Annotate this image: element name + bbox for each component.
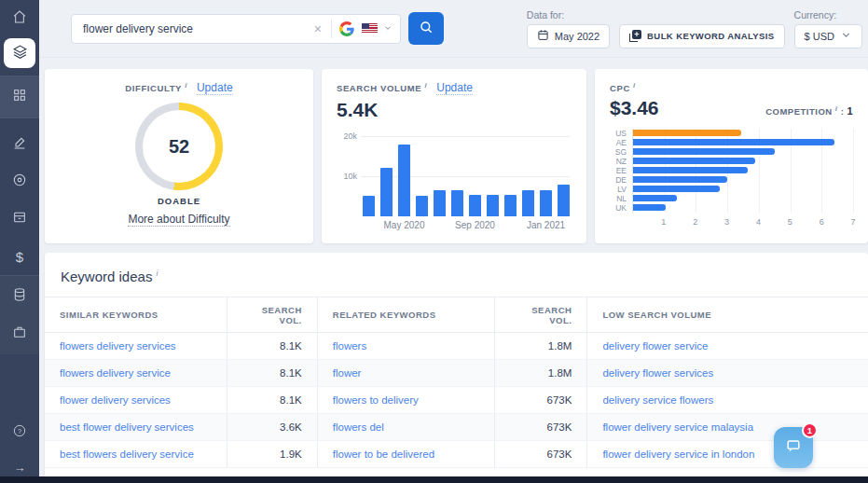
keyword-link[interactable]: delivery flower services [602, 367, 713, 379]
sidebar-item-help[interactable]: ? [0, 414, 39, 451]
table-row: best flowers delivery service1.9Kflower … [45, 441, 868, 468]
column-header: SEARCH VOL. [227, 297, 317, 333]
main-content: × Data for: [39, 0, 868, 483]
search-volume-update-link[interactable]: Update [436, 82, 473, 95]
volume-bar [522, 190, 534, 216]
keyword-link[interactable]: flower delivery service in london [602, 448, 754, 460]
currency-label: Currency: [794, 9, 862, 21]
cpc-row: US [610, 129, 853, 138]
sidebar-item-archive[interactable] [0, 200, 39, 238]
keyword-link[interactable]: flower delivery services [60, 394, 171, 406]
sidebar-item-pricing[interactable]: $ [0, 238, 39, 275]
volume-bar [558, 185, 570, 216]
x-axis-tick-label: 7 [850, 217, 855, 227]
y-axis-tick-label: 20k [337, 131, 357, 141]
keyword-link[interactable]: flower to be delivered [333, 448, 434, 460]
cpc-chart-ticks: 1234567 [632, 213, 853, 228]
spacer-label [619, 9, 784, 21]
volume-bar [398, 145, 410, 216]
keyword-link[interactable]: flowers delivery services [60, 340, 176, 352]
chevron-down-icon[interactable] [383, 23, 393, 34]
cpc-row: LV [610, 185, 853, 194]
country-label: NL [610, 194, 632, 203]
clear-search-icon[interactable]: × [307, 21, 329, 36]
cpc-bar [633, 176, 727, 183]
difficulty-title: DIFFICULTY i [125, 81, 187, 93]
sidebar-divider [0, 117, 39, 118]
us-flag-icon[interactable] [362, 23, 378, 34]
x-axis-tick-label: Jan 2021 [527, 220, 565, 230]
difficulty-update-link[interactable]: Update [197, 82, 233, 95]
x-axis-tick-label: 6 [820, 217, 824, 227]
keyword-ideas-title: Keyword ideas i [45, 253, 868, 297]
country-label: NZ [610, 157, 632, 166]
archive-box-icon [12, 210, 27, 228]
date-picker-button[interactable]: May 2022 [527, 24, 610, 48]
currency-select[interactable]: $ USD [794, 24, 862, 48]
target-icon [12, 172, 27, 191]
cpc-bar [633, 139, 834, 145]
difficulty-value: 52 [169, 136, 189, 158]
search-input[interactable] [83, 22, 307, 35]
difficulty-gauge: 52 [135, 103, 223, 190]
country-label: EE [610, 166, 632, 175]
keyword-link[interactable]: flowers [333, 340, 366, 352]
more-about-difficulty-link[interactable]: More about Difficulty [128, 213, 229, 227]
keyword-link[interactable]: delivery flower service [602, 340, 708, 352]
info-icon: i [185, 81, 187, 90]
sidebar-item-apps[interactable] [0, 78, 39, 116]
sidebar-item-database[interactable] [0, 278, 39, 315]
keyword-search-box: × [71, 14, 401, 44]
column-header: RELATED KEYWORDS [317, 297, 494, 333]
keyword-link[interactable]: best flowers delivery service [60, 448, 194, 460]
data-for-label: Data for: [527, 9, 610, 21]
svg-text:?: ? [18, 427, 21, 435]
sidebar-group-apps [0, 76, 39, 117]
chat-bubble-icon [784, 436, 803, 459]
search-volume-title: SEARCH VOLUME i [337, 81, 427, 93]
country-label: SG [610, 147, 632, 157]
cpc-row: SG [610, 147, 853, 157]
country-label: LV [610, 185, 632, 194]
chat-notification-badge: 1 [802, 422, 818, 438]
sidebar-item-edit[interactable] [0, 126, 39, 163]
cpc-title: CPC i [610, 81, 636, 93]
sidebar-item-briefcase[interactable] [0, 315, 39, 352]
bottom-bar [0, 476, 868, 483]
database-icon [12, 287, 27, 306]
keyword-link[interactable]: flower [333, 367, 362, 379]
search-volume-value: 8.1K [227, 360, 317, 387]
bulk-keyword-analysis-button[interactable]: + BULK KEYWORD ANALYSIS [619, 24, 784, 48]
volume-bar [469, 195, 481, 216]
cpc-bar [633, 195, 677, 201]
competition-value: 1 [847, 105, 853, 117]
search-icon [419, 20, 434, 37]
topbar-controls: Data for: May 2022 + [527, 9, 862, 48]
keyword-link[interactable]: flowers to delivery [333, 394, 419, 406]
cpc-row: NZ [610, 157, 853, 166]
search-volume-value: 673K [494, 387, 587, 414]
info-icon: i [424, 81, 427, 90]
cpc-bar [633, 130, 741, 136]
app-window: $ ? → [0, 0, 868, 483]
volume-chart-xlabels: May 2020Sep 2020Jan 2021 [361, 216, 570, 231]
sidebar-item-keyword-research-active[interactable] [4, 38, 35, 68]
search-button[interactable] [408, 12, 444, 45]
sidebar-item-home[interactable] [0, 0, 39, 37]
keyword-link[interactable]: best flower delivery services [60, 421, 194, 433]
chat-widget-button[interactable]: 1 [774, 427, 813, 468]
cpc-card: CPC i $3.46 COMPETITION i :1 USAESGNZEED… [595, 69, 868, 243]
search-volume-value: 673K [494, 441, 587, 468]
keyword-link[interactable]: flower delivery service malaysia [602, 421, 753, 433]
edit-pencil-icon [12, 135, 27, 154]
sidebar-item-target[interactable] [0, 163, 39, 200]
keyword-ideas-panel: Keyword ideas i SIMILAR KEYWORDSSEARCH V… [45, 253, 868, 482]
keyword-link[interactable]: delivery service flowers [602, 394, 713, 406]
keyword-link[interactable]: flowers del [333, 421, 384, 433]
keyword-link[interactable]: flowers delivery service [60, 367, 171, 379]
cpc-bar [633, 167, 748, 173]
country-label: US [610, 129, 632, 138]
x-axis-tick-label: Sep 2020 [455, 220, 495, 230]
search-volume-value: 673K [494, 414, 587, 441]
x-axis-tick-label: May 2020 [384, 220, 425, 230]
